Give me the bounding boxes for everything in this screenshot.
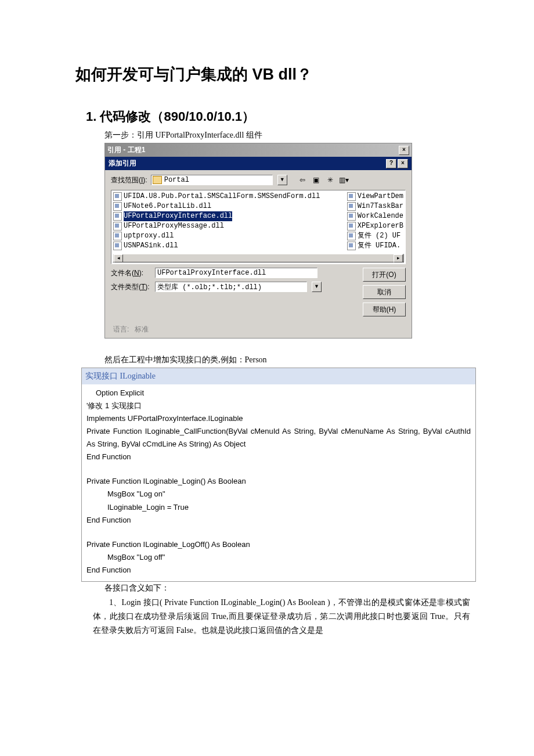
scroll-left-icon[interactable]: ◂ — [114, 254, 123, 262]
filename-row: 文件名(N): UFPortalProxyInterface.dll — [111, 268, 357, 278]
lookin-row: 查找范围(I): Portal ▼ ⇦ ▣ ✳ ▥▾ — [111, 175, 406, 185]
code-block-header: 实现接口 ILoginable — [82, 368, 475, 384]
code-line: End Function — [86, 451, 471, 463]
dll-file-icon — [347, 242, 356, 250]
add-reference-title: 添加引用 — [109, 159, 136, 168]
filetype-label: 文件类型(T): — [111, 282, 151, 292]
document-page: 如何开发可与门户集成的 VB dll？ 1. 代码修改（890/10.0/10.… — [0, 0, 534, 756]
dll-file-icon — [347, 202, 356, 211]
status-language-value: 标准 — [135, 325, 149, 334]
dll-file-icon — [347, 222, 356, 231]
code-line: Private Function ILoginable_LogOff() As … — [86, 538, 471, 551]
file-list-pane[interactable]: UFIDA.U8.Pub.Portal.SMSCallForm.SMSSendF… — [111, 190, 406, 264]
folder-icon — [153, 176, 162, 184]
help-button[interactable]: 帮助(H) — [363, 303, 406, 316]
filetype-combo[interactable]: 类型库 (*.olb;*.tlb;*.dll) — [155, 282, 307, 292]
dll-file-icon — [347, 212, 356, 221]
back-icon[interactable]: ⇦ — [297, 175, 308, 185]
code-line: Private Function ILoginable_CallFunction… — [86, 425, 471, 451]
file-item[interactable]: UFPortalProxyInterface.dll — [113, 211, 320, 221]
file-toolbar: ⇦ ▣ ✳ ▥▾ — [297, 175, 350, 185]
references-window: 引用 - 工程1 × 添加引用 ? × 查找范围(I): Portal — [104, 143, 412, 339]
dll-file-icon — [113, 192, 122, 201]
references-dialog-screenshot: 引用 - 工程1 × 添加引用 ? × 查找范围(I): Portal — [104, 143, 412, 339]
code-block-body: Option Explicit '修改 1 实现接口 Implements UF… — [82, 384, 475, 581]
new-folder-icon[interactable]: ✳ — [324, 175, 336, 185]
file-item[interactable]: UFPortalProxyMessage.dll — [113, 221, 320, 231]
interfaces-intro: 各接口含义如下： — [104, 583, 476, 593]
code-line: Private Function ILoginable_Login() As B… — [86, 475, 471, 488]
lookin-combo[interactable]: Portal — [151, 175, 273, 185]
file-item[interactable]: WorkCalende — [347, 211, 404, 221]
file-item[interactable]: UFIDA.U8.Pub.Portal.SMSCallForm.SMSSendF… — [113, 192, 320, 201]
dll-file-icon — [113, 212, 122, 221]
filename-label: 文件名(N): — [111, 268, 151, 278]
dll-file-icon — [113, 242, 122, 250]
filename-input[interactable]: UFPortalProxyInterface.dll — [155, 268, 317, 278]
code-line: MsgBox "Log on" — [86, 488, 471, 501]
status-row: 语言: 标准 — [105, 323, 412, 338]
file-item[interactable]: ViewPartDem — [347, 192, 404, 201]
dll-file-icon — [113, 222, 122, 231]
code-line: End Function — [86, 564, 471, 577]
chevron-down-icon[interactable]: ▼ — [277, 175, 287, 185]
dll-file-icon — [347, 192, 356, 201]
file-item[interactable]: Win7TaskBar — [347, 201, 404, 211]
file-list-left: UFIDA.U8.Pub.Portal.SMSCallForm.SMSSendF… — [113, 192, 320, 262]
file-list-right: ViewPartDem Win7TaskBar WorkCalende XPEx… — [347, 192, 404, 262]
file-item[interactable]: USNPASink.dll — [113, 241, 320, 251]
code-line: Implements UFPortalProxyInterface.ILogin… — [86, 412, 471, 425]
scroll-right-icon[interactable]: ▸ — [394, 254, 403, 262]
doc-title: 如何开发可与门户集成的 VB dll？ — [75, 64, 476, 85]
lookin-label: 查找范围(I): — [111, 175, 147, 185]
add-reference-titlebar: 添加引用 ? × — [105, 157, 412, 170]
file-item[interactable]: UFNote6.PortalLib.dll — [113, 201, 320, 211]
code-line: MsgBox "Log off" — [86, 551, 471, 564]
dll-file-icon — [113, 202, 122, 211]
chevron-down-icon[interactable]: ▼ — [312, 282, 322, 292]
file-item[interactable]: 复件 (2) UF — [347, 231, 404, 241]
code-line: End Function — [86, 514, 471, 527]
code-line: '修改 1 实现接口 — [86, 399, 471, 412]
section-1-heading: 1. 代码修改（890/10.0/10.1） — [86, 108, 476, 125]
file-item[interactable]: uptproxy.dll — [113, 231, 320, 241]
help-icon[interactable]: ? — [386, 159, 396, 168]
filetype-row: 文件类型(T): 类型库 (*.olb;*.tlb;*.dll) ▼ — [111, 282, 357, 292]
dialog-button-column: 打开(O) 取消 帮助(H) — [363, 268, 406, 316]
file-item[interactable]: 复件 UFIDA. — [347, 241, 404, 251]
code-line: ILoginable_Login = True — [86, 501, 471, 514]
dll-file-icon — [347, 232, 356, 240]
open-button[interactable]: 打开(O) — [363, 268, 406, 282]
cancel-button[interactable]: 取消 — [363, 285, 406, 299]
horizontal-scrollbar[interactable]: ◂ ▸ — [113, 254, 404, 262]
file-item[interactable]: XPExplorerB — [347, 221, 404, 231]
references-titlebar: 引用 - 工程1 × — [105, 143, 412, 157]
up-folder-icon[interactable]: ▣ — [311, 175, 322, 185]
references-titlebar-text: 引用 - 工程1 — [107, 145, 145, 155]
after-step-text: 然后在工程中增加实现接口的类,例如：Person — [104, 355, 476, 365]
dll-file-icon — [113, 232, 122, 240]
dialog-body: 查找范围(I): Portal ▼ ⇦ ▣ ✳ ▥▾ — [105, 170, 412, 322]
view-menu-icon[interactable]: ▥▾ — [338, 175, 350, 185]
code-line: Option Explicit — [86, 387, 471, 399]
close-icon[interactable]: × — [399, 146, 409, 155]
paragraph-login-desc: 1、Login 接口( Private Function ILoginable_… — [93, 596, 470, 637]
lookin-value: Portal — [164, 176, 271, 184]
step-1-text: 第一步：引用 UFPortalProxyInterface.dll 组件 — [104, 130, 476, 141]
status-language-label: 语言: — [113, 325, 129, 334]
close-icon[interactable]: × — [398, 159, 408, 168]
code-block: 实现接口 ILoginable Option Explicit '修改 1 实现… — [81, 368, 476, 582]
